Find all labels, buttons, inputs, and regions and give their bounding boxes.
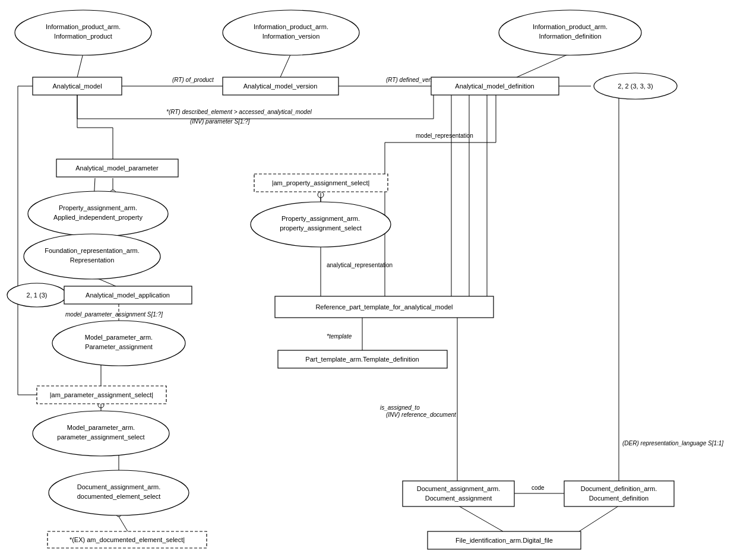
label-analytical-model-parameter: Analytical_model_parameter <box>75 164 159 172</box>
label-document-assignment-arm-right-1: Document_assignment_arm. <box>417 485 501 492</box>
svg-text:code: code <box>532 484 545 491</box>
svg-text:(DER) representation_language : (DER) representation_language S[1:1] <box>622 440 723 446</box>
label-document-assignment-arm-left-1: Document_assignment_arm. <box>77 483 161 490</box>
svg-text:(RT) of_product: (RT) of_product <box>172 77 214 83</box>
svg-text:(INV) reference_document: (INV) reference_document <box>386 411 457 418</box>
label-property-assignment-arm-select-2: property_assignment_select <box>280 224 362 232</box>
label-model-parameter-assignment-select-1: Model_parameter_arm. <box>67 424 135 431</box>
svg-line-36 <box>119 517 128 531</box>
label-cardinality-top: 2, 2 (3, 3, 3) <box>618 83 653 90</box>
label-applied-independent-property-1: Property_assignment_arm. <box>59 204 137 211</box>
label-am-parameter-assignment-select: |am_parameter_assignment_select| <box>50 391 153 398</box>
label-model-parameter-assignment-select-2: parameter_assignment_select <box>57 433 144 441</box>
label-analytical-model-version: Analytical_model_version <box>243 83 318 90</box>
svg-text:*(RT) described_element > acce: *(RT) described_element > accessed_analy… <box>166 109 312 115</box>
svg-line-2 <box>517 53 570 77</box>
label-document-assignment-arm-left-2: documented_element_select <box>77 493 161 500</box>
label-info-definition-2: Information_definition <box>539 33 601 40</box>
label-reference-part-template: Reference_part_template_for_analytical_m… <box>315 303 453 311</box>
svg-text:is_assigned_to: is_assigned_to <box>380 404 420 411</box>
svg-line-0 <box>77 53 83 77</box>
label-analytical-model-definition: Analytical_model_definition <box>455 83 534 90</box>
label-document-definition-arm-2: Document_definition <box>589 495 649 502</box>
svg-line-51 <box>458 506 503 531</box>
label-file-identification-arm: File_identification_arm.Digital_file <box>456 537 553 544</box>
label-foundation-representation-2: Representation <box>70 256 115 264</box>
label-model-parameter-arm-2: Parameter_assignment <box>85 343 153 350</box>
label-model-parameter-arm-1: Model_parameter_arm. <box>85 334 153 341</box>
label-cardinality-21: 2, 1 (3) <box>27 292 48 299</box>
label-info-product-1: Information_product_arm. <box>46 23 121 30</box>
label-foundation-representation-1: Foundation_representation_arm. <box>45 247 140 254</box>
label-am-documented-element-select: *(EX) am_documented_element_select| <box>69 536 185 543</box>
label-info-definition-1: Information_product_arm. <box>533 23 608 30</box>
svg-line-1 <box>280 53 291 77</box>
diagram-container: (RT) of_product (RT) defined_version *(R… <box>0 0 756 551</box>
label-info-product-2: Information_product <box>54 33 112 40</box>
label-analytical-model-application: Analytical_model_application <box>86 292 170 299</box>
label-part-template-arm: Part_template_arm.Template_definition <box>305 356 419 363</box>
label-am-property-assignment-select: |am_property_assignment_select| <box>272 179 370 186</box>
svg-text:analytical_representation: analytical_representation <box>327 262 393 268</box>
svg-text:model_representation: model_representation <box>416 132 473 139</box>
label-document-definition-arm-1: Document_definition_arm. <box>581 485 657 492</box>
label-info-version-2: Information_version <box>262 33 320 40</box>
svg-line-54 <box>579 506 619 531</box>
svg-text:(INV) parameter S[1:?]: (INV) parameter S[1:?] <box>190 118 250 125</box>
label-property-assignment-arm-select-1: Property_assignment_arm. <box>281 215 360 222</box>
diagram-svg: (RT) of_product (RT) defined_version *(R… <box>0 0 756 551</box>
svg-text:model_parameter_assignment S[1: model_parameter_assignment S[1:?] <box>65 311 163 318</box>
label-analytical-model: Analytical_model <box>52 83 102 90</box>
label-info-version-1: Information_product_arm. <box>254 23 328 30</box>
label-applied-independent-property-2: Applied_independent_property <box>53 214 143 221</box>
label-document-assignment-arm-right-2: Document_assignment <box>425 495 492 502</box>
svg-text:*template: *template <box>327 333 352 340</box>
